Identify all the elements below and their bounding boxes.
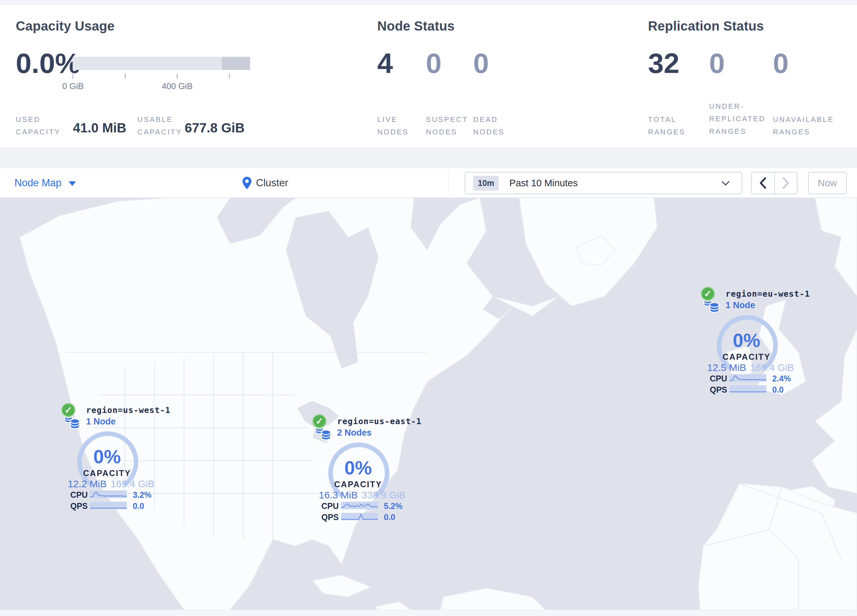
- qps-row: QPS 0.0: [70, 501, 156, 510]
- qps-label: QPS: [70, 501, 88, 511]
- chevron-down-icon: [721, 181, 730, 186]
- capacity-percent: 0%: [58, 446, 156, 468]
- axis-tick: [73, 74, 73, 79]
- page-background-strip: [0, 0, 857, 5]
- capacity-usage-title: Capacity Usage: [16, 19, 115, 34]
- map-toolbar: Node Map Cluster 10m Past 10 Minutes: [0, 168, 857, 198]
- live-nodes-label: LIVE NODES: [377, 113, 409, 138]
- cpu-row: CPU 3.2%: [70, 490, 156, 499]
- view-selector-label: Node Map: [14, 177, 62, 189]
- capacity-caption: CAPACITY: [309, 480, 407, 489]
- time-range-label: Past 10 Minutes: [509, 178, 578, 188]
- qps-value: 0.0: [133, 501, 144, 511]
- cpu-row: CPU 2.4%: [710, 374, 795, 383]
- node-status-title: Node Status: [377, 19, 455, 34]
- region-marker-eu-west-1[interactable]: ✓ region=eu-west-1 1 Node 0% CAPACITY 12…: [697, 284, 796, 395]
- capacity-percent: 0%: [309, 457, 407, 479]
- qps-label: QPS: [710, 385, 727, 395]
- location-pin-icon: [243, 177, 251, 189]
- cpu-sparkline: [341, 502, 378, 509]
- time-range-dropdown[interactable]: 10m Past 10 Minutes: [465, 172, 742, 194]
- healthy-check-icon: ✓: [61, 403, 76, 417]
- cpu-value: 5.2%: [384, 501, 402, 511]
- chevron-left-icon: [760, 178, 766, 188]
- region-label: region=us-west-1: [86, 405, 170, 415]
- qps-value: 0.0: [384, 513, 395, 522]
- capacity-percent: 0%: [697, 329, 796, 351]
- capacity-usage-percent: 0.0%: [16, 47, 80, 80]
- axis-tick: [125, 74, 125, 79]
- replication-status-title: Replication Status: [648, 19, 764, 34]
- qps-sparkline: [341, 513, 378, 520]
- qps-row: QPS 0.0: [321, 513, 407, 521]
- axis-tick: [177, 74, 178, 79]
- region-label: region=eu-west-1: [726, 289, 810, 299]
- region-marker-us-east-1[interactable]: ✓ region=us-east-1 2 Nodes 0% CAPACITY 1…: [309, 411, 407, 523]
- region-marker-us-west-1[interactable]: ✓ region=us-west-1 1 Node 0% CAPACITY 12…: [58, 400, 156, 512]
- cpu-sparkline: [730, 374, 766, 382]
- time-back-button[interactable]: [752, 173, 774, 193]
- capacity-used-value: 12.5 MiB: [707, 362, 746, 373]
- panel-gap: [0, 148, 857, 168]
- qps-row: QPS 0.0: [710, 385, 795, 394]
- chevron-right-icon: [783, 178, 789, 188]
- time-range-badge: 10m: [473, 176, 499, 191]
- usable-capacity-label: USABLE CAPACITY: [138, 113, 182, 138]
- unavailable-ranges-value: 0: [773, 47, 789, 80]
- under-replicated-ranges-value: 0: [709, 47, 725, 80]
- dead-nodes-label: DEAD NODES: [473, 113, 505, 138]
- time-forward-button[interactable]: [774, 173, 797, 193]
- region-node-count: 1 Node: [86, 417, 116, 427]
- used-capacity-value: 41.0 MiB: [73, 120, 126, 135]
- capacity-usage-bar: [73, 57, 250, 70]
- breadcrumb[interactable]: Cluster: [243, 168, 288, 198]
- axis-tick-label: 400 GiB: [162, 81, 193, 91]
- region-node-count: 1 Node: [726, 300, 755, 310]
- capacity-caption: CAPACITY: [697, 352, 796, 362]
- capacity-caption: CAPACITY: [58, 468, 156, 478]
- qps-sparkline: [730, 385, 766, 393]
- axis-tick: [229, 74, 230, 79]
- cpu-label: CPU: [710, 374, 727, 383]
- used-capacity-label: USED CAPACITY: [16, 113, 60, 138]
- node-map-screen: Capacity Usage 0.0% 0 GiB 400 GiB USED C…: [0, 0, 857, 616]
- time-pager: [751, 172, 798, 194]
- region-node-count: 2 Nodes: [337, 428, 372, 438]
- capacity-total-value: 169.4 GiB: [111, 479, 155, 489]
- capacity-used-value: 12.2 MiB: [68, 479, 107, 489]
- axis-tick-label: 0 GiB: [62, 81, 84, 91]
- capacity-total-value: 169.4 GiB: [750, 362, 794, 373]
- cpu-value: 2.4%: [772, 374, 791, 383]
- qps-sparkline: [90, 502, 127, 509]
- capacity-used-value: 16.3 MiB: [319, 489, 357, 501]
- total-ranges-value: 32: [648, 47, 679, 80]
- cpu-row: CPU 5.2%: [321, 501, 407, 510]
- cpu-value: 3.2%: [133, 490, 152, 500]
- suspect-nodes-value: 0: [426, 47, 442, 80]
- usable-capacity-value: 677.8 GiB: [185, 120, 244, 135]
- view-selector-dropdown[interactable]: Node Map: [14, 168, 76, 198]
- cluster-summary-panel: Capacity Usage 0.0% 0 GiB 400 GiB USED C…: [0, 5, 857, 148]
- live-nodes-value: 4: [377, 47, 393, 80]
- page-background-strip: [0, 610, 857, 616]
- breadcrumb-label: Cluster: [256, 177, 288, 189]
- healthy-check-icon: ✓: [701, 287, 715, 301]
- cpu-label: CPU: [70, 490, 88, 500]
- under-replicated-ranges-label: UNDER- REPLICATED RANGES: [709, 100, 766, 137]
- capacity-usage-bar-reserved: [222, 57, 250, 70]
- healthy-check-icon: ✓: [312, 414, 326, 428]
- unavailable-ranges-label: UNAVAILABLE RANGES: [773, 113, 834, 138]
- cpu-label: CPU: [321, 501, 339, 511]
- capacity-total-value: 338.9 GiB: [362, 489, 405, 501]
- qps-value: 0.0: [772, 385, 784, 395]
- now-button[interactable]: Now: [808, 172, 847, 194]
- region-label: region=us-east-1: [337, 417, 422, 426]
- total-ranges-label: TOTAL RANGES: [648, 113, 685, 138]
- cpu-sparkline: [90, 491, 127, 498]
- suspect-nodes-label: SUSPECT NODES: [426, 113, 468, 138]
- toolbar-divider: [448, 170, 449, 196]
- caret-down-icon: [69, 181, 76, 186]
- dead-nodes-value: 0: [473, 47, 489, 80]
- qps-label: QPS: [321, 513, 339, 522]
